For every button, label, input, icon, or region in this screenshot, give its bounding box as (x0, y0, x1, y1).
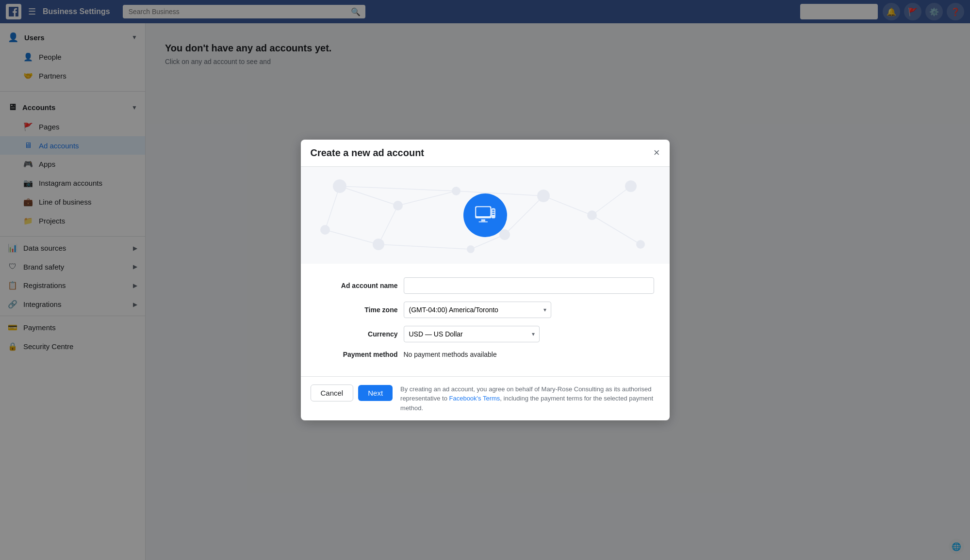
modal-title: Create a new ad account (311, 147, 425, 159)
modal-terms-text: By creating an ad account, you agree on … (400, 384, 659, 413)
currency-select-wrapper: USD — US Dollar EUR — Euro GBP — British… (404, 326, 540, 342)
monitor-icon (473, 203, 497, 227)
create-ad-account-modal: Create a new ad account × (301, 140, 670, 421)
ad-account-name-field (404, 277, 654, 294)
svg-rect-27 (478, 221, 488, 222)
form-row-timezone: Time zone (GMT-04:00) America/Toronto ( … (316, 302, 654, 318)
svg-line-11 (340, 186, 398, 206)
svg-line-13 (340, 186, 456, 191)
timezone-label: Time zone (316, 306, 404, 314)
svg-rect-25 (476, 207, 490, 216)
currency-select[interactable]: USD — US Dollar EUR — Euro GBP — British… (404, 326, 540, 342)
svg-line-17 (592, 186, 631, 215)
form-row-payment-method: Payment method No payment methods availa… (316, 350, 654, 359)
svg-line-12 (378, 206, 398, 244)
svg-line-22 (325, 230, 378, 244)
modal-footer: Cancel Next By creating an ad account, y… (301, 377, 670, 421)
svg-line-16 (543, 196, 592, 215)
modal-header: Create a new ad account × (301, 140, 670, 167)
modal-graphic (301, 167, 670, 264)
ad-account-graphic-icon (463, 193, 507, 237)
cancel-button[interactable]: Cancel (311, 384, 354, 401)
modal-close-button[interactable]: × (654, 147, 660, 158)
svg-line-20 (378, 244, 471, 249)
svg-line-15 (456, 191, 543, 196)
svg-line-21 (325, 186, 340, 230)
svg-line-18 (592, 215, 641, 244)
ad-account-name-input[interactable] (404, 277, 654, 294)
form-row-ad-account-name: Ad account name (316, 277, 654, 294)
currency-label: Currency (316, 330, 404, 338)
payment-method-control: No payment methods available (404, 350, 654, 359)
payment-method-label: Payment method (316, 351, 404, 358)
timezone-select-wrapper: (GMT-04:00) America/Toronto ( GMT-12:00)… (404, 302, 551, 318)
modal-overlay: Create a new ad account × (0, 0, 970, 560)
ad-account-name-label: Ad account name (316, 282, 404, 289)
svg-line-14 (398, 191, 456, 206)
svg-rect-29 (492, 209, 494, 210)
svg-rect-30 (492, 211, 494, 212)
payment-method-value: No payment methods available (404, 351, 497, 358)
facebook-terms-link[interactable]: Facebook's Terms (449, 395, 500, 402)
modal-footer-buttons: Cancel Next (311, 384, 393, 401)
timezone-select[interactable]: (GMT-04:00) America/Toronto ( GMT-12:00)… (404, 302, 551, 318)
svg-rect-31 (492, 214, 494, 215)
currency-control: USD — US Dollar EUR — Euro GBP — British… (404, 326, 654, 342)
svg-line-23 (505, 196, 543, 235)
svg-rect-28 (491, 208, 495, 218)
next-button[interactable]: Next (358, 385, 393, 401)
svg-rect-26 (481, 219, 485, 221)
timezone-control: (GMT-04:00) America/Toronto ( GMT-12:00)… (404, 302, 654, 318)
form-row-currency: Currency USD — US Dollar EUR — Euro GBP … (316, 326, 654, 342)
modal-form: Ad account name Time zone (GMT-04:00) Am… (301, 264, 670, 376)
